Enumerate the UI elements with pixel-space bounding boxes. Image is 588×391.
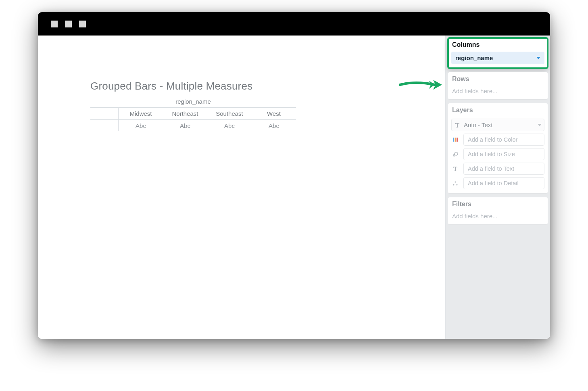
chevron-down-icon (538, 124, 542, 126)
window-control-2[interactable] (65, 21, 72, 27)
color-placeholder: Add a field to Color (463, 134, 544, 146)
filters-placeholder: Add fields here... (451, 211, 544, 220)
layers-panel-title: Layers (451, 107, 544, 117)
column-header[interactable]: Southeast (207, 108, 252, 119)
rows-panel[interactable]: Rows Add fields here... (448, 72, 548, 99)
svg-point-6 (455, 181, 456, 182)
row-header-spacer (90, 120, 119, 131)
filters-panel-title: Filters (451, 201, 544, 211)
chart-title: Grouped Bars - Multiple Measures (90, 80, 445, 92)
column-header[interactable]: Midwest (119, 108, 163, 119)
svg-rect-2 (457, 138, 458, 142)
filters-panel[interactable]: Filters Add fields here... (448, 197, 548, 224)
columns-field-label: region_name (455, 54, 493, 61)
table-row: Abc Abc Abc Abc (90, 120, 296, 132)
layer-type-select[interactable]: Auto - Text (451, 119, 544, 131)
data-cell: Abc (119, 120, 163, 132)
column-header[interactable]: West (252, 108, 296, 119)
text-icon (451, 165, 459, 173)
data-table: region_name Midwest Northeast Southeast … (90, 98, 296, 132)
layers-panel: Layers Auto - Text (448, 103, 548, 193)
svg-point-7 (456, 184, 457, 185)
columns-panel-title: Columns (451, 41, 544, 52)
table-header-row: Midwest Northeast Southeast West (90, 107, 296, 120)
column-header[interactable]: Northeast (163, 108, 207, 119)
window-control-3[interactable] (79, 21, 86, 27)
size-slot[interactable]: Add a field to Size (451, 148, 544, 160)
config-sidepanel: Columns region_name Rows Add fields here… (445, 36, 550, 339)
column-field-label: region_name (90, 98, 296, 107)
chart-canvas: Grouped Bars - Multiple Measures region_… (38, 36, 445, 339)
svg-point-4 (455, 152, 458, 155)
rows-panel-title: Rows (451, 75, 544, 86)
text-slot[interactable]: Add a field to Text (451, 163, 544, 175)
detail-slot[interactable]: Add a field to Detail (451, 177, 544, 189)
data-cell: Abc (252, 120, 296, 132)
size-placeholder: Add a field to Size (463, 148, 544, 160)
titlebar (38, 12, 550, 36)
data-cell: Abc (207, 120, 252, 132)
data-cell: Abc (163, 120, 207, 132)
columns-field-pill[interactable]: region_name (451, 52, 544, 64)
color-icon (451, 136, 459, 144)
row-header-spacer (90, 108, 119, 119)
svg-point-5 (453, 184, 454, 185)
detail-icon (451, 179, 459, 187)
app-window: Grouped Bars - Multiple Measures region_… (38, 12, 550, 339)
size-icon (451, 150, 459, 158)
layer-type-label: Auto - Text (464, 121, 492, 128)
text-type-icon (454, 122, 461, 128)
color-slot[interactable]: Add a field to Color (451, 134, 544, 146)
rows-placeholder: Add fields here... (451, 86, 544, 95)
svg-rect-1 (455, 138, 456, 142)
detail-placeholder: Add a field to Detail (463, 177, 544, 189)
text-placeholder: Add a field to Text (463, 163, 544, 175)
columns-panel: Columns region_name (448, 38, 548, 68)
app-body: Grouped Bars - Multiple Measures region_… (38, 36, 550, 339)
svg-rect-0 (453, 138, 454, 142)
window-control-1[interactable] (51, 21, 58, 27)
chevron-down-icon (536, 57, 540, 59)
